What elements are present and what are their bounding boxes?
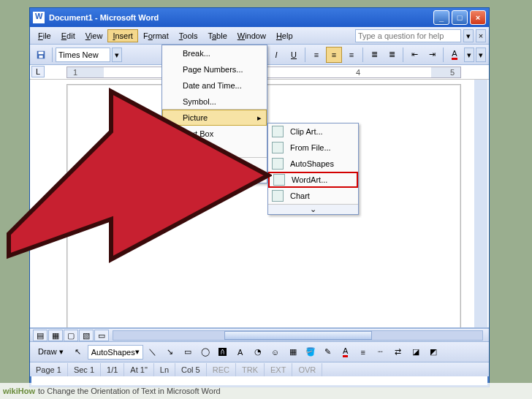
- insert-textbox[interactable]: Text Box: [162, 126, 267, 142]
- window-title: Document1 - Microsoft Word: [49, 13, 159, 22]
- clipart-item[interactable]: Clip Art...: [268, 123, 358, 140]
- insert-expand-chevron[interactable]: ⌄: [162, 174, 267, 183]
- help-search-input[interactable]: [355, 29, 461, 42]
- align-right-button[interactable]: ≡: [343, 47, 360, 63]
- align-center-button[interactable]: ≡: [326, 47, 342, 63]
- menu-view[interactable]: View: [80, 29, 108, 42]
- status-ovr: OVR: [292, 363, 322, 376]
- minimize-button[interactable]: _: [433, 10, 449, 25]
- bulleted-list-button[interactable]: ≣: [384, 47, 400, 63]
- from-file-item[interactable]: From File...: [268, 140, 358, 156]
- reading-view-button[interactable]: ▭: [94, 330, 109, 341]
- insert-hyperlink[interactable]: Hyperlink... Ctrl+K: [162, 158, 267, 174]
- status-col: Col 5: [175, 363, 207, 376]
- app-window: Document1 - Microsoft Word _ □ × File Ed…: [29, 7, 490, 387]
- submenu-expand-chevron[interactable]: ⌄: [268, 204, 358, 214]
- status-ext: EXT: [265, 363, 292, 376]
- wikihow-article-title: to Change the Orientation of Text in Mic…: [38, 387, 221, 395]
- arrow-tool[interactable]: ↘: [162, 344, 178, 360]
- chart-icon: [272, 190, 284, 202]
- fill-color-tool[interactable]: 🪣: [303, 344, 319, 360]
- diagram-tool[interactable]: ◔: [250, 344, 266, 360]
- web-view-button[interactable]: ▦: [48, 330, 63, 341]
- textbox-tool[interactable]: 🅰: [215, 344, 231, 360]
- insert-symbol[interactable]: Symbol...: [162, 94, 267, 110]
- save-button[interactable]: [33, 47, 49, 63]
- line-color-tool[interactable]: ✎: [320, 344, 336, 360]
- oval-tool[interactable]: ◯: [197, 344, 213, 360]
- shadow-tool[interactable]: ◪: [408, 344, 424, 360]
- insert-date-time[interactable]: Date and Time...: [162, 77, 267, 94]
- help-search: ▾ ×: [355, 29, 486, 42]
- wordart-tool[interactable]: A: [232, 344, 248, 360]
- maximize-button[interactable]: □: [452, 10, 468, 25]
- normal-view-button[interactable]: ▤: [33, 330, 48, 341]
- decrease-indent-button[interactable]: ⇤: [406, 47, 422, 63]
- draw-menu[interactable]: Draw ▾: [33, 345, 69, 359]
- font-color-tool[interactable]: A: [338, 344, 354, 360]
- help-close[interactable]: ×: [476, 29, 486, 42]
- status-trk: TRK: [236, 363, 265, 376]
- word-app-icon: [33, 12, 45, 23]
- 3d-tool[interactable]: ◩: [425, 344, 441, 360]
- select-objects-button[interactable]: ↖: [70, 344, 86, 360]
- menu-format[interactable]: Format: [138, 29, 174, 42]
- menu-help[interactable]: Help: [271, 29, 298, 42]
- wikihow-caption: wikiHow to Change the Orientation of Tex…: [0, 383, 532, 399]
- menu-window[interactable]: Window: [232, 29, 271, 42]
- drawing-toolbar: Draw ▾ ↖ AutoShapes ▾ ＼ ↘ ▭ ◯ 🅰 A ◔ ☺ ▦ …: [30, 341, 489, 362]
- textbox-icon: [166, 128, 178, 140]
- wordart-item[interactable]: WordArt...: [268, 172, 358, 188]
- autoshapes-item[interactable]: AutoShapes: [268, 156, 358, 172]
- insert-page-numbers[interactable]: Page Numbers...: [162, 61, 267, 77]
- chart-item[interactable]: Chart: [268, 188, 358, 204]
- clipart-icon: [272, 126, 284, 137]
- autoshapes-icon: [272, 158, 284, 170]
- print-view-button[interactable]: ▢: [64, 330, 78, 341]
- rectangle-tool[interactable]: ▭: [180, 344, 196, 360]
- wikihow-brand: wikiHow: [3, 387, 35, 395]
- clipart-tool[interactable]: ☺: [267, 344, 284, 360]
- menu-insert[interactable]: Insert: [107, 29, 138, 42]
- font-color-arrow[interactable]: ▾: [464, 48, 474, 62]
- close-button[interactable]: ×: [470, 10, 486, 25]
- view-controls-row: ▤ ▦ ▢ ▧ ▭: [30, 328, 489, 341]
- menu-tools[interactable]: Tools: [174, 29, 203, 42]
- dash-style-tool[interactable]: ┈: [373, 344, 389, 360]
- font-combo[interactable]: Times New: [56, 48, 110, 62]
- vertical-scrollbar[interactable]: [474, 80, 487, 327]
- autoshapes-menu[interactable]: AutoShapes ▾: [88, 345, 143, 360]
- font-combo-arrow[interactable]: ▾: [112, 48, 122, 62]
- menu-edit[interactable]: Edit: [56, 29, 80, 42]
- insert-object[interactable]: Object...: [162, 142, 267, 158]
- line-tool[interactable]: ＼: [145, 344, 161, 360]
- align-left-button[interactable]: ≡: [308, 47, 324, 63]
- statusbar: Page 1 Sec 1 1/1 At 1" Ln Col 5 REC TRK …: [30, 362, 489, 376]
- menu-table[interactable]: Table: [202, 29, 232, 42]
- titlebar: Document1 - Microsoft Word _ □ ×: [30, 8, 489, 27]
- underline-button[interactable]: U: [286, 47, 302, 63]
- insert-dropdown: Break... Page Numbers... Date and Time..…: [162, 45, 267, 183]
- arrow-style-tool[interactable]: ⇄: [390, 344, 406, 360]
- status-page: Page 1: [30, 363, 68, 376]
- tab-selector[interactable]: L: [31, 66, 45, 77]
- svg-rect-2: [39, 55, 42, 58]
- help-search-drop[interactable]: ▾: [463, 29, 474, 42]
- outline-view-button[interactable]: ▧: [79, 330, 94, 341]
- increase-indent-button[interactable]: ⇥: [424, 47, 440, 63]
- picture-submenu: Clip Art... From File... AutoShapes Word…: [267, 123, 359, 215]
- status-ln: Ln: [154, 363, 175, 376]
- numbered-list-button[interactable]: ≣: [366, 47, 382, 63]
- menu-file[interactable]: File: [33, 29, 56, 42]
- insert-break[interactable]: Break...: [162, 45, 267, 61]
- separator: [52, 48, 53, 62]
- toolbar-overflow[interactable]: ▾: [476, 48, 486, 62]
- italic-button[interactable]: I: [268, 47, 284, 63]
- line-style-tool[interactable]: ≡: [355, 344, 371, 360]
- horizontal-scrollbar[interactable]: [113, 330, 483, 341]
- from-file-icon: [272, 142, 284, 153]
- insert-picture[interactable]: Picture▸: [162, 110, 267, 126]
- status-rec: REC: [207, 363, 236, 376]
- font-color-button[interactable]: A: [446, 47, 463, 63]
- insert-picture-tool[interactable]: ▦: [285, 344, 301, 360]
